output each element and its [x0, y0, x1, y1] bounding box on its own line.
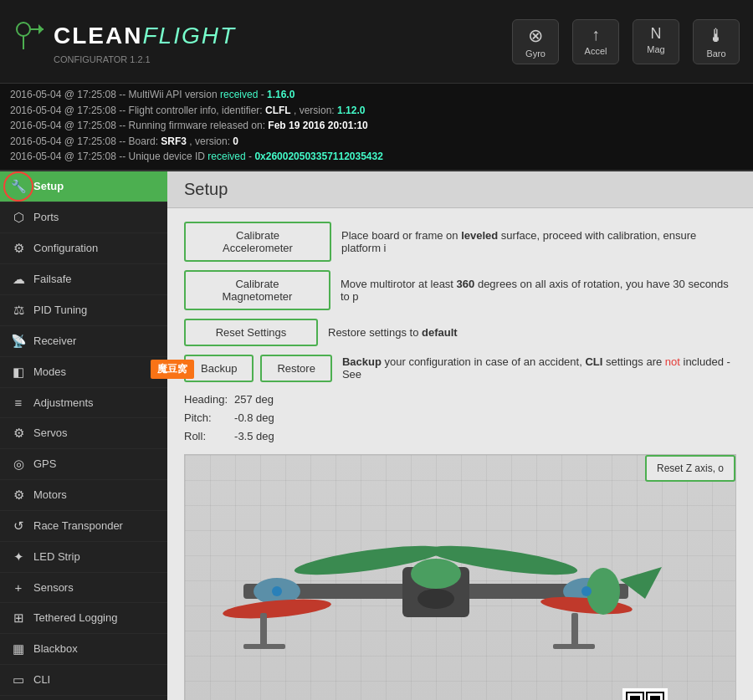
sidebar-item-receiver[interactable]: 📡 Receiver [0, 326, 167, 357]
sidebar-label-adjustments: Adjustments [33, 396, 94, 409]
log-line-3: 2016-05-04 @ 17:25:08 -- Running firmwar… [10, 118, 743, 134]
modes-icon: ◧ [10, 365, 27, 380]
calibrate-mag-button[interactable]: Calibrate Magnetometer [184, 270, 330, 310]
qr-code [622, 687, 668, 700]
svg-point-21 [581, 586, 592, 596]
accel-button[interactable]: ↑ Accel [572, 19, 619, 64]
btn-pair: Backup Restore [184, 355, 332, 382]
log-line-5: 2016-05-04 @ 17:25:08 -- Unique device I… [10, 149, 743, 165]
sidebar-item-blackbox[interactable]: ▦ Blackbox [0, 634, 167, 665]
sidebar-label-race-transponder: Race Transponder [33, 519, 123, 532]
sidebar-item-ports[interactable]: ⬡ Ports [0, 202, 167, 233]
sidebar-item-race-transponder[interactable]: ↺ Race Transponder [0, 511, 167, 542]
main-content: Setup Calibrate Accelerometer Place boar… [167, 171, 753, 700]
sidebar-label-modes: Modes [33, 365, 66, 378]
header-icons: ⊗ Gyro ↑ Accel N Mag 🌡 Baro [512, 19, 740, 64]
gyro-label: Gyro [525, 49, 546, 59]
pitch-value: -0.8 deg [234, 409, 281, 427]
backup-button[interactable]: Backup [184, 355, 254, 382]
sidebar-label-failsafe: Failsafe [33, 273, 72, 285]
restore-button[interactable]: Restore [260, 355, 332, 382]
svg-point-8 [411, 559, 461, 589]
sidebar-item-failsafe[interactable]: ☁ Failsafe [0, 264, 167, 295]
configurator-version: CONFIGURATOR 1.2.1 [54, 54, 236, 64]
baro-icon: 🌡 [707, 25, 725, 47]
baro-button[interactable]: 🌡 Baro [693, 19, 740, 64]
sidebar-item-gps[interactable]: ◎ GPS [0, 449, 167, 480]
sidebar-label-tethered-logging: Tethered Logging [33, 611, 117, 624]
svg-rect-15 [260, 613, 267, 646]
sidebar-item-configuration[interactable]: ⚙ Configuration [0, 233, 167, 264]
accel-label: Accel [585, 46, 607, 56]
pid-icon: ⚖ [10, 303, 27, 318]
attitude-box: Heading: 257 deg Pitch: -0.8 deg Roll: -… [184, 391, 736, 446]
sidebar-item-cli[interactable]: ▭ CLI [0, 665, 167, 696]
sensors-icon: + [10, 580, 27, 595]
sidebar-item-modes[interactable]: ◧ Modes [0, 357, 167, 388]
sidebar-label-motors: Motors [33, 488, 67, 501]
ports-icon: ⬡ [10, 210, 27, 225]
heading-value: 257 deg [234, 391, 281, 409]
baro-label: Baro [706, 49, 725, 59]
sidebar-label-led-strip: LED Strip [33, 550, 80, 563]
setup-icon: 🔧 [10, 179, 27, 194]
logo-area: CLEANFLIGHT CONFIGURATOR 1.2.1 [13, 19, 236, 64]
drone-svg [193, 500, 679, 684]
mag-label: Mag [647, 44, 664, 54]
content-body: Calibrate Accelerometer Place board or f… [167, 208, 753, 700]
svg-rect-25 [650, 696, 660, 700]
sidebar-item-setup[interactable]: 🔧 Setup [0, 171, 167, 202]
sidebar-item-sensors[interactable]: + Sensors [0, 573, 167, 603]
reset-settings-button[interactable]: Reset Settings [184, 319, 318, 346]
svg-point-20 [272, 586, 282, 596]
sidebar-label-gps: GPS [33, 457, 56, 470]
sidebar-label-configuration: Configuration [33, 242, 98, 254]
sidebar-item-tethered-logging[interactable]: ⊞ Tethered Logging [0, 603, 167, 634]
calibrate-accel-section: Calibrate Accelerometer Place board or f… [184, 222, 736, 262]
calibrate-accel-desc: Place board or frame on leveled surface,… [341, 229, 736, 254]
adjustments-icon: ≡ [10, 396, 27, 410]
heading-label: Heading: [184, 391, 234, 409]
reset-z-button[interactable]: Reset Z axis, o [645, 455, 735, 482]
roll-label: Roll: [184, 427, 234, 446]
log-line-1: 2016-05-04 @ 17:25:08 -- MultiWii API ve… [10, 87, 743, 103]
orange-label-text2: 魔豆窝 [157, 363, 187, 375]
sidebar-label-setup: Setup [33, 180, 64, 192]
log-bar: 2016-05-04 @ 17:25:08 -- MultiWii API ve… [0, 84, 753, 171]
reset-settings-section: Reset Settings Restore settings to defau… [184, 319, 736, 346]
gyro-button[interactable]: ⊗ Gyro [512, 19, 559, 64]
sidebar-item-servos[interactable]: ⚙ Servos [0, 418, 167, 449]
gyro-icon: ⊗ [528, 25, 543, 47]
svg-point-0 [17, 23, 30, 36]
sidebar-item-led-strip[interactable]: ✦ LED Strip [0, 542, 167, 573]
calibrate-mag-desc: Move multirotor at least 360 degrees on … [341, 278, 736, 303]
drone-model [193, 500, 679, 687]
svg-rect-18 [553, 644, 595, 649]
receiver-icon: 📡 [10, 334, 27, 349]
mag-button[interactable]: N Mag [633, 19, 679, 64]
sidebar-label-sensors: Sensors [33, 581, 74, 594]
accel-icon: ↑ [592, 25, 600, 44]
sidebar-label-ports: Ports [33, 211, 59, 223]
backup-restore-section: Backup Restore Backup your configuration… [184, 355, 736, 382]
calibrate-mag-section: Calibrate Magnetometer Move multirotor a… [184, 270, 736, 310]
sidebar-item-motors[interactable]: ⚙ Motors [0, 480, 167, 511]
led-strip-icon: ✦ [10, 549, 27, 565]
page-title: Setup [184, 180, 736, 199]
content-header: Setup [167, 171, 753, 208]
cli-icon: ▭ [10, 672, 27, 687]
sidebar-item-pid-tuning[interactable]: ⚖ PID Tuning [0, 295, 167, 326]
blackbox-icon: ▦ [10, 641, 27, 657]
tethered-logging-icon: ⊞ [10, 611, 27, 626]
reset-settings-desc: Restore settings to default [328, 326, 458, 339]
backup-desc: Backup your configuration in case of an … [342, 355, 736, 381]
calibrate-accel-button[interactable]: Calibrate Accelerometer [184, 222, 331, 262]
sidebar-item-adjustments[interactable]: ≡ Adjustments [0, 388, 167, 418]
log-line-2: 2016-05-04 @ 17:25:08 -- Flight controll… [10, 103, 743, 119]
sidebar-label-blackbox: Blackbox [33, 642, 78, 655]
roll-value: -3.5 deg [234, 427, 281, 446]
pitch-label: Pitch: [184, 409, 234, 427]
failsafe-icon: ☁ [10, 272, 27, 287]
servos-icon: ⚙ [10, 426, 27, 441]
mag-icon: N [651, 25, 662, 43]
